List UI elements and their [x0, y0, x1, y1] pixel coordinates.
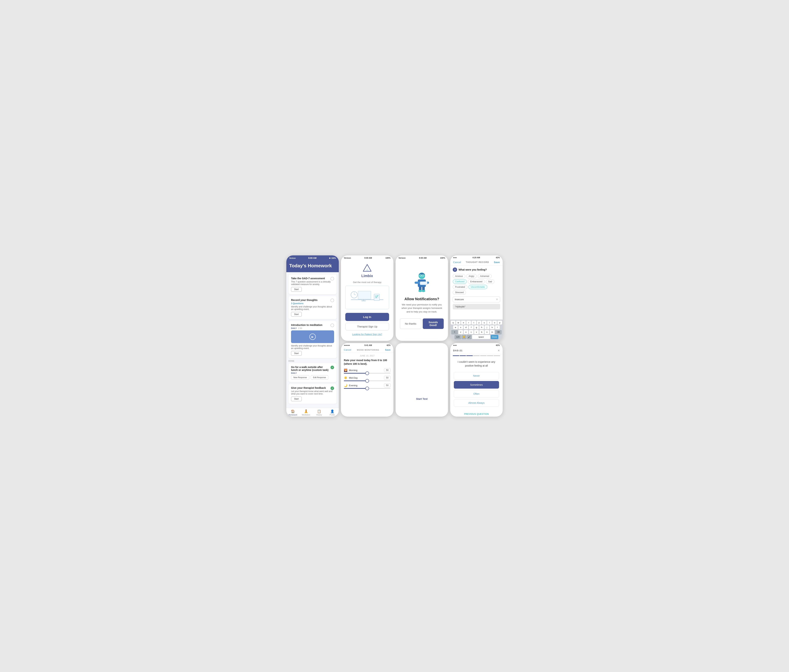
gad7-close-button[interactable]: ×	[443, 344, 445, 348]
key-e[interactable]: e	[461, 321, 466, 325]
therapist-signup-button[interactable]: Therapist Sign Up	[345, 323, 389, 330]
start-btn-done-2[interactable]: Start	[291, 397, 302, 401]
edit-response-btn[interactable]: Edit Response	[311, 375, 329, 379]
start-btn-2[interactable]: Start	[291, 312, 302, 317]
screen-notifications: Verizon 9:00 AM 100%	[396, 255, 448, 341]
feeling-frustrated[interactable]: Frustrated	[453, 285, 467, 289]
morning-value: 50	[384, 368, 391, 372]
key-r[interactable]: r	[466, 321, 471, 325]
key-y[interactable]: y	[477, 321, 481, 325]
kb-row-2: a s d f g h j k l	[451, 325, 502, 329]
key-d[interactable]: d	[463, 325, 468, 329]
das21-options: Never Sometimes Often Almost Always	[454, 372, 499, 407]
play-button[interactable]: ▶	[309, 333, 316, 340]
feeling-ashamed[interactable]: Ashamed	[478, 274, 492, 278]
option-sometimes[interactable]: Sometimes	[454, 381, 499, 389]
key-p[interactable]: p	[497, 321, 502, 325]
morning-slider[interactable]	[344, 373, 391, 374]
nav-meditation[interactable]: 🧘 Meditation	[300, 409, 313, 416]
option-often[interactable]: Often	[454, 390, 499, 398]
cancel-button-5[interactable]: Cancel	[344, 349, 351, 351]
homework-content[interactable]: Take the GAD-7 assessment This 7 questio…	[286, 272, 339, 408]
start-btn-3[interactable]: Start	[291, 351, 302, 356]
mood-question: Rate your mood today from 0 to 100 (wher…	[344, 358, 391, 366]
key-o[interactable]: o	[492, 321, 497, 325]
patient-signup-link[interactable]: Looking for Patient Sign Up?	[352, 333, 382, 336]
key-mic[interactable]: 🎤	[467, 335, 471, 339]
key-c[interactable]: c	[469, 330, 474, 334]
limbix-name: Limbix	[361, 274, 373, 278]
key-shift[interactable]: ⇧	[451, 330, 458, 334]
key-x[interactable]: x	[463, 330, 468, 334]
login-button[interactable]: Log In	[345, 313, 389, 321]
evening-section: 🌙 Evening 50	[344, 383, 391, 389]
nav-meditation-label: Meditation	[302, 414, 310, 416]
key-w[interactable]: w	[456, 321, 461, 325]
key-emoji[interactable]: 😊	[462, 335, 466, 339]
task-card-2: Record your thoughts 3 Questions Identif…	[289, 296, 337, 319]
key-z[interactable]: z	[458, 330, 463, 334]
key-f[interactable]: f	[469, 325, 474, 329]
save-button-5[interactable]: Save	[385, 349, 391, 351]
key-v[interactable]: v	[474, 330, 479, 334]
key-m[interactable]: m	[490, 330, 495, 334]
key-a[interactable]: a	[453, 325, 458, 329]
cancel-button-4[interactable]: Cancel	[453, 261, 461, 264]
key-s[interactable]: s	[458, 325, 463, 329]
key-space[interactable]: space	[472, 335, 490, 339]
feeling-anxious[interactable]: Anxious	[453, 274, 465, 278]
no-thanks-button[interactable]: No thanks	[400, 318, 421, 329]
midday-thumb[interactable]	[366, 379, 369, 383]
morning-thumb[interactable]	[366, 371, 369, 375]
sounds-good-button[interactable]: Sounds Good!	[423, 318, 444, 329]
feeling-embarassed[interactable]: Embarassed	[468, 279, 485, 284]
save-button-4[interactable]: Save	[494, 261, 500, 264]
evening-slider[interactable]	[344, 388, 391, 389]
tag-daily-3: DAILY	[291, 327, 297, 329]
video-thumb[interactable]: ▶	[291, 330, 334, 343]
new-response-btn[interactable]: New Response	[291, 375, 309, 379]
midday-slider[interactable]	[344, 381, 391, 381]
start-btn-1[interactable]: Start	[291, 287, 302, 292]
key-g[interactable]: g	[474, 325, 479, 329]
key-u[interactable]: u	[482, 321, 487, 325]
option-almost-always[interactable]: Almost Always	[454, 399, 499, 407]
key-q[interactable]: q	[451, 321, 455, 325]
feeling-tags: Anxious Angry Ashamed Confused Embarasse…	[453, 274, 500, 295]
nav-history[interactable]: 📋 History	[313, 409, 326, 416]
key-n[interactable]: n	[485, 330, 489, 334]
evening-thumb[interactable]	[366, 387, 369, 390]
feeling-input-row[interactable]: ✕	[453, 296, 500, 303]
key-l[interactable]: l	[495, 325, 500, 329]
nav-profile[interactable]: 👤 Profile	[326, 409, 339, 416]
evening-icon: 🌙	[344, 384, 347, 387]
key-123[interactable]: 123	[455, 335, 461, 339]
key-t[interactable]: t	[471, 321, 476, 325]
key-j[interactable]: j	[485, 325, 489, 329]
feeling-stressed[interactable]: Stressed	[453, 290, 466, 295]
key-delete[interactable]: ⌫	[495, 330, 502, 334]
morning-fill	[344, 373, 367, 374]
nav-homework[interactable]: 🏠 Homework	[286, 409, 300, 416]
key-h[interactable]: h	[479, 325, 484, 329]
evening-fill	[344, 388, 367, 389]
step-number: 3	[453, 268, 457, 272]
start-test-button[interactable]: Start Test	[410, 395, 433, 403]
feeling-input[interactable]	[455, 298, 496, 301]
option-never[interactable]: Never	[454, 372, 499, 379]
task-link-2[interactable]: 3 Questions	[291, 302, 334, 305]
key-k[interactable]: k	[490, 325, 495, 329]
key-done[interactable]: Done	[491, 335, 498, 339]
feeling-confused[interactable]: Confused	[453, 279, 467, 284]
gad7-question: Over the past 2 weeks, how often have yo…	[401, 357, 442, 390]
key-i[interactable]: i	[487, 321, 492, 325]
feeling-uncomfortable[interactable]: Uncomfortable	[468, 285, 487, 289]
previous-question-link[interactable]: PREVIOUS QUESTION	[464, 413, 489, 416]
clear-icon[interactable]: ✕	[496, 298, 498, 301]
autocomplete-suggestion[interactable]: "Hjdiejdki"	[453, 304, 500, 309]
feeling-angry[interactable]: Angry	[466, 274, 477, 278]
das21-close-button[interactable]: ×	[498, 349, 500, 353]
feeling-sad[interactable]: Sad	[486, 279, 494, 284]
gad7-footer-link[interactable]: Traumadissociation	[415, 412, 431, 414]
key-b[interactable]: b	[479, 330, 484, 334]
